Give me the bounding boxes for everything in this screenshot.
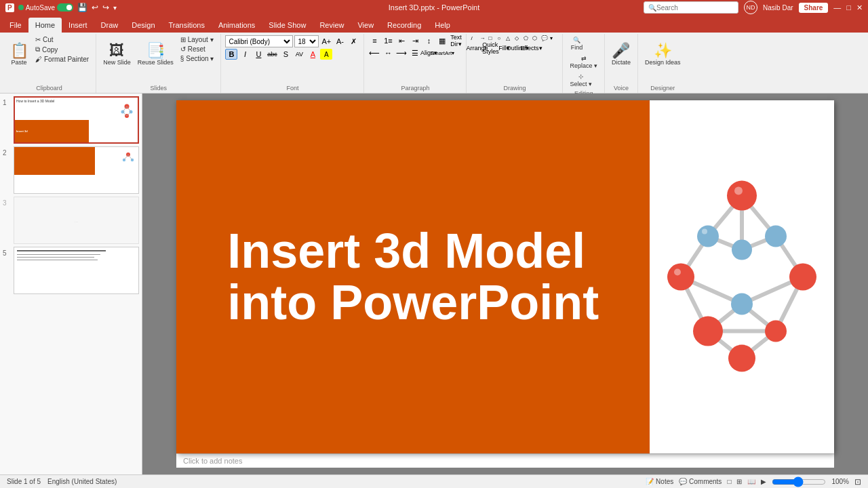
- select-button[interactable]: ⊹ Select ▾: [567, 72, 595, 89]
- comments-button[interactable]: 💬 Comments: [679, 478, 722, 485]
- tab-slideshow[interactable]: Slide Show: [262, 18, 313, 33]
- align-right-button[interactable]: ⟶: [395, 47, 408, 58]
- shape-diamond[interactable]: ◇: [515, 35, 523, 41]
- shape-line[interactable]: /: [471, 35, 479, 41]
- autosave-label: AutoSave: [26, 4, 55, 12]
- design-ideas-button[interactable]: ✨ Design Ideas: [642, 35, 684, 73]
- redo-icon[interactable]: ↪: [102, 3, 109, 12]
- align-left-button[interactable]: ⟵: [368, 47, 380, 58]
- tab-transitions[interactable]: Transitions: [162, 18, 212, 33]
- cut-button[interactable]: ✂ Cut: [33, 35, 92, 44]
- tab-insert[interactable]: Insert: [62, 18, 94, 33]
- decrease-indent-button[interactable]: ⇤: [395, 35, 408, 46]
- layout-button[interactable]: ⊞ Layout ▾: [178, 35, 217, 44]
- format-painter-button[interactable]: 🖌 Format Painter: [33, 55, 92, 64]
- convert-smartart-button[interactable]: SmartArt▾: [436, 47, 448, 58]
- shadow-button[interactable]: S: [279, 49, 292, 60]
- font-color-button[interactable]: A: [307, 49, 319, 60]
- font-name-select[interactable]: Calibri (Body): [225, 35, 293, 47]
- shape-effects-button[interactable]: Effects▾: [525, 43, 537, 54]
- shape-triangle[interactable]: △: [506, 35, 514, 41]
- italic-button[interactable]: I: [239, 49, 251, 60]
- autosave-toggle[interactable]: [57, 3, 73, 12]
- layout-icon: ⊞: [180, 36, 186, 43]
- numbering-button[interactable]: 1≡: [382, 35, 394, 46]
- reset-button[interactable]: ↺ Reset: [178, 45, 217, 54]
- shape-arrow[interactable]: →: [479, 35, 488, 41]
- shape-callout[interactable]: 💬: [541, 35, 549, 41]
- maximize-icon[interactable]: □: [846, 3, 851, 12]
- increase-font-size-button[interactable]: A+: [320, 36, 332, 47]
- canvas-area[interactable]: Insert 3d Modelinto PowerPoint: [142, 94, 868, 474]
- char-spacing-button[interactable]: AV: [293, 49, 305, 60]
- underline-button[interactable]: U: [252, 49, 264, 60]
- bold-button[interactable]: B: [225, 49, 237, 60]
- tab-help[interactable]: Help: [428, 18, 457, 33]
- shape-hexagon[interactable]: ⬡: [532, 35, 540, 41]
- tab-home[interactable]: Home: [28, 18, 62, 33]
- slide-thumb-5[interactable]: 5: [3, 247, 139, 294]
- quick-styles-button[interactable]: Quick Styles: [484, 43, 496, 54]
- copy-button[interactable]: ⧉ Copy: [33, 45, 92, 54]
- designer-group: ✨ Design Ideas Designer: [638, 34, 688, 93]
- columns-button[interactable]: ▦: [436, 35, 448, 46]
- notes-button[interactable]: 📝 Notes: [646, 478, 673, 485]
- find-button[interactable]: 🔍 Find: [567, 35, 586, 52]
- share-button[interactable]: Share: [799, 3, 829, 13]
- justify-button[interactable]: ☰: [409, 47, 421, 58]
- new-slide-button[interactable]: 🖼 New Slide: [100, 35, 134, 73]
- slideshow-button[interactable]: ▶: [761, 478, 766, 485]
- notes-area[interactable]: Click to add notes: [176, 453, 834, 468]
- slide-thumb-2[interactable]: 2: [3, 146, 139, 194]
- tab-file[interactable]: File: [3, 18, 28, 33]
- center-button[interactable]: ↔: [382, 47, 394, 58]
- slide-canvas[interactable]: Insert 3d Modelinto PowerPoint: [176, 100, 834, 453]
- zoom-slider[interactable]: [772, 478, 826, 486]
- search-input[interactable]: [656, 4, 734, 12]
- tab-animations[interactable]: Animations: [212, 18, 262, 33]
- paste-button[interactable]: 📋 Paste: [7, 35, 31, 73]
- section-button[interactable]: § Section ▾: [178, 54, 217, 63]
- slide-thumb-empty[interactable]: 3 ...: [3, 197, 139, 244]
- slide-image-2[interactable]: [14, 146, 139, 194]
- reuse-slides-button[interactable]: 📑 Reuse Slides: [135, 35, 176, 73]
- minimize-icon[interactable]: —: [833, 3, 841, 12]
- replace-button[interactable]: ⇄ Replace ▾: [567, 54, 600, 70]
- close-icon[interactable]: ✕: [856, 3, 863, 12]
- tab-review[interactable]: Review: [313, 18, 351, 33]
- dictate-button[interactable]: 🎤 Dictate: [609, 35, 633, 73]
- ball-blue-1: [697, 225, 719, 247]
- tab-draw[interactable]: Draw: [94, 18, 125, 33]
- slide-image-5[interactable]: [14, 247, 139, 294]
- text-direction-button[interactable]: Text Dir▾: [450, 35, 462, 46]
- save-icon[interactable]: 💾: [77, 3, 87, 12]
- shapes-more[interactable]: ▾: [550, 35, 558, 41]
- shape-pentagon[interactable]: ⬠: [524, 35, 532, 41]
- font-size-select[interactable]: 18: [294, 35, 319, 47]
- slide-thumb-1[interactable]: 1 How to Insert a 3D Model Insert 3d: [3, 96, 139, 144]
- shape-rect[interactable]: □: [488, 35, 496, 41]
- normal-view-button[interactable]: □: [727, 478, 731, 485]
- text-highlight-button[interactable]: A: [320, 49, 332, 60]
- undo-icon[interactable]: ↩: [92, 3, 98, 12]
- tab-design[interactable]: Design: [125, 18, 161, 33]
- strikethrough-button[interactable]: abc: [266, 49, 278, 60]
- tab-recording[interactable]: Recording: [380, 18, 428, 33]
- more-quick-access-icon[interactable]: ▾: [113, 4, 117, 12]
- user-avatar[interactable]: ND: [744, 1, 757, 14]
- increase-indent-button[interactable]: ⇥: [409, 35, 421, 46]
- decrease-font-size-button[interactable]: A-: [334, 36, 346, 47]
- slide-image-empty[interactable]: ...: [14, 197, 139, 244]
- arrange-button[interactable]: Arrange: [471, 43, 483, 54]
- fit-slide-button[interactable]: ⊡: [854, 477, 861, 487]
- line-spacing-button[interactable]: ↕: [422, 35, 435, 46]
- clear-format-button[interactable]: ✗: [347, 36, 359, 47]
- para-row-2: ⟵ ↔ ⟶ ☰ Align▾ SmartArt▾: [368, 47, 448, 58]
- bullets-button[interactable]: ≡: [368, 35, 380, 46]
- tab-view[interactable]: View: [351, 18, 380, 33]
- slide-image-1[interactable]: How to Insert a 3D Model Insert 3d: [14, 96, 139, 144]
- search-bar[interactable]: 🔍: [644, 1, 738, 14]
- shape-oval[interactable]: ○: [497, 35, 505, 41]
- reading-view-button[interactable]: 📖: [747, 478, 755, 485]
- slide-sorter-button[interactable]: ⊞: [736, 478, 742, 485]
